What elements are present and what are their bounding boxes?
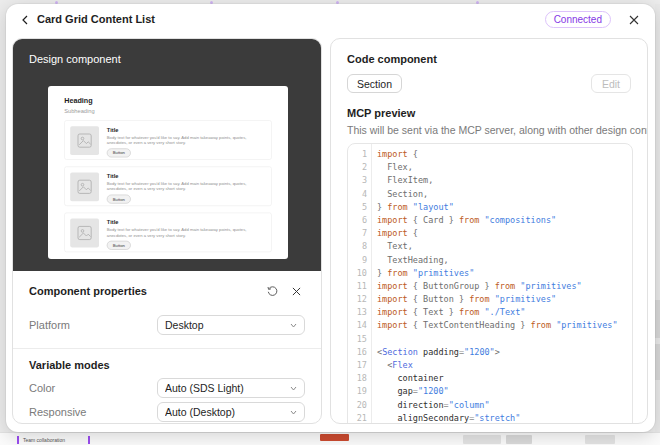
code-text: TextHeading, (367, 254, 449, 267)
preview-card-list: Title Body text for whatever you'd like … (64, 120, 272, 252)
code-line: 13import { Text } from "./Text" (348, 306, 632, 319)
line-number: 13 (348, 306, 367, 319)
dialog-title: Card Grid Content List (37, 13, 155, 25)
background-right-strip (655, 4, 660, 432)
divider (13, 348, 321, 349)
responsive-label: Responsive (29, 406, 157, 418)
background-purple-bar (17, 436, 19, 444)
design-component-preview: Heading Subheading Title Body text for w… (48, 86, 288, 259)
edit-button[interactable]: Edit (591, 74, 631, 93)
code-text: FlexItem, (367, 174, 433, 187)
line-number: 1 (348, 148, 367, 161)
dialog-close-button[interactable] (625, 11, 643, 29)
code-line: 9 TextHeading, (348, 254, 632, 267)
back-button[interactable] (16, 11, 34, 29)
code-line: 19 gap="1200" (348, 385, 632, 398)
platform-select[interactable]: Desktop (157, 315, 305, 335)
code-line: 16<Section padding="1200"> (348, 346, 632, 359)
code-text: import { Card } from "compositions" (367, 214, 556, 227)
code-line: 12import { Button } from "primitives" (348, 293, 632, 306)
close-icon (292, 287, 301, 296)
code-line: 20 direction="column" (348, 399, 632, 412)
mcp-preview-description: This will be sent via the MCP server, al… (347, 124, 631, 136)
image-placeholder-icon (77, 179, 93, 195)
background-gray-block (506, 435, 532, 444)
line-number: 11 (348, 280, 367, 293)
preview-card: Title Body text for whatever you'd like … (64, 166, 272, 206)
code-text: gap="1200" (367, 385, 449, 398)
code-line: 15 (348, 333, 632, 346)
code-text: Section, (367, 188, 428, 201)
line-number: 21 (348, 412, 367, 424)
preview-canvas: Heading Subheading Title Body text for w… (48, 86, 288, 259)
background-canvas-strip: Team collaboration (0, 432, 660, 445)
code-text: container (367, 372, 444, 385)
code-text: <Flex (367, 359, 413, 372)
preview-card: Title Body text for whatever you'd like … (64, 213, 272, 253)
code-line: 3 FlexItem, (348, 174, 632, 187)
line-number: 9 (348, 254, 367, 267)
connected-badge: Connected (545, 11, 611, 28)
code-text: } from "layout" (367, 201, 454, 214)
preview-card-body: Body text for whatever you'd like to say… (107, 181, 266, 192)
color-mode-value: Auto (SDS Light) (165, 382, 290, 394)
preview-card-button: Button (107, 241, 131, 250)
platform-label: Platform (29, 319, 157, 331)
line-number: 16 (348, 346, 367, 359)
code-text: import { Button } from "primitives" (367, 293, 556, 306)
code-text: import { ButtonGroup } from "primitives" (367, 280, 582, 293)
preview-card-body: Body text for whatever you'd like to say… (107, 227, 266, 238)
chevron-down-icon (290, 323, 297, 328)
code-line: 14import { TextContentHeading } from "pr… (348, 319, 632, 332)
properties-close-button[interactable] (287, 282, 305, 300)
line-number: 10 (348, 267, 367, 280)
preview-card-title: Title (107, 172, 266, 179)
design-component-section: Design component Heading Subheading Titl… (13, 39, 321, 271)
code-line: 1import { (348, 148, 632, 161)
responsive-mode-value: Auto (Desktop) (165, 406, 290, 418)
code-line: 11import { ButtonGroup } from "primitive… (348, 280, 632, 293)
background-gray-block (463, 435, 501, 444)
component-properties-title: Component properties (29, 285, 263, 297)
background-purple-bar (88, 436, 90, 444)
code-line: 18 container (348, 372, 632, 385)
code-line: 10} from "primitives" (348, 267, 632, 280)
preview-card-title: Title (107, 219, 266, 226)
section-chip[interactable]: Section (347, 74, 402, 93)
undo-icon (267, 286, 278, 297)
code-line: 2 Flex, (348, 161, 632, 174)
code-text: import { (367, 148, 418, 161)
code-lines: 1import {2 Flex,3 FlexItem,4 Section,5} … (348, 148, 632, 424)
line-number: 15 (348, 333, 367, 346)
image-placeholder (70, 172, 99, 201)
mcp-dialog: Card Grid Content List Connected Design … (6, 4, 655, 432)
reset-properties-button[interactable] (263, 282, 281, 300)
line-number: 6 (348, 214, 367, 227)
code-line: 4 Section, (348, 188, 632, 201)
line-number: 2 (348, 161, 367, 174)
line-number: 12 (348, 293, 367, 306)
background-canvas-label: Team collaboration (23, 437, 65, 443)
color-label: Color (29, 382, 157, 394)
line-number: 3 (348, 174, 367, 187)
preview-heading: Heading (64, 97, 272, 105)
code-text: import { TextContentHeading } from "prim… (367, 319, 618, 332)
code-component-title: Code component (347, 53, 631, 66)
preview-card-button: Button (107, 195, 131, 204)
image-placeholder (70, 126, 99, 155)
line-number: 17 (348, 359, 367, 372)
chevron-down-icon (290, 386, 297, 391)
code-text: <Section padding="1200"> (367, 346, 500, 359)
code-preview[interactable]: 1import {2 Flex,3 FlexItem,4 Section,5} … (347, 143, 633, 424)
line-number: 14 (348, 319, 367, 332)
code-line: 5} from "layout" (348, 201, 632, 214)
background-gray-block (585, 435, 615, 444)
color-mode-select[interactable]: Auto (SDS Light) (157, 378, 305, 398)
image-placeholder-icon (77, 133, 93, 149)
responsive-mode-select[interactable]: Auto (Desktop) (157, 402, 305, 422)
code-text: Text, (367, 240, 413, 253)
line-number: 4 (348, 188, 367, 201)
line-number: 18 (348, 372, 367, 385)
code-text: alignSecondary="stretch" (367, 412, 520, 424)
design-panel: Design component Heading Subheading Titl… (12, 38, 322, 424)
